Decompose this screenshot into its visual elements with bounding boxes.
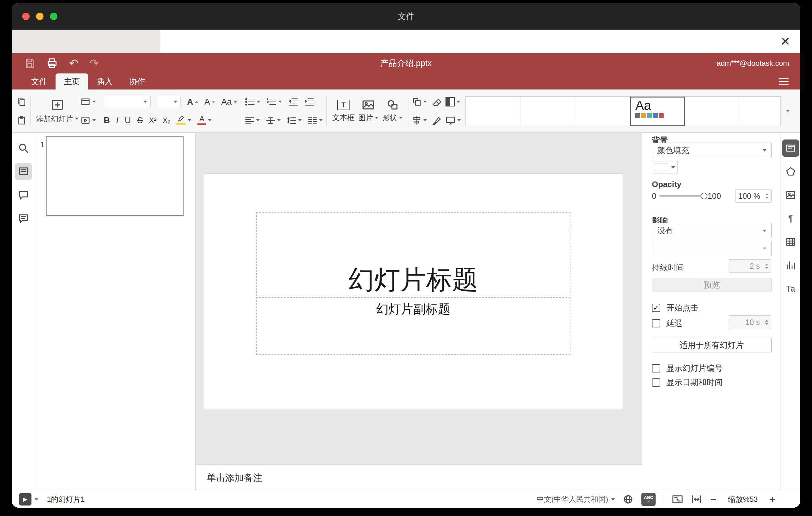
menu-icon[interactable] [779, 78, 788, 85]
tab-home[interactable]: 主页 [56, 74, 88, 89]
shape-settings-button[interactable] [782, 163, 799, 180]
decrease-font-button[interactable]: A [204, 97, 215, 106]
underline-button[interactable]: U [125, 116, 131, 125]
font-color-button[interactable]: A [198, 115, 212, 125]
fit-width-icon[interactable] [691, 494, 702, 504]
show-datetime-checkbox[interactable] [652, 378, 660, 387]
print-icon[interactable] [46, 57, 58, 69]
slide-thumbnail[interactable] [46, 136, 183, 216]
theme-option[interactable] [575, 96, 630, 125]
globe-icon[interactable] [623, 494, 633, 505]
arrange-shapes-button[interactable] [412, 97, 427, 107]
increase-font-button[interactable]: A [187, 97, 198, 106]
effect-variant-select[interactable] [652, 241, 772, 256]
opacity-slider-knob[interactable] [701, 193, 707, 199]
horizontal-align-button[interactable] [245, 116, 260, 124]
align-left-icon [245, 116, 254, 124]
slideshow-options-caret[interactable] [34, 498, 38, 500]
theme-option[interactable] [685, 96, 740, 125]
slide-canvas[interactable]: 幻灯片标题 幻灯片副标题 [196, 133, 642, 464]
paragraph-settings-button[interactable]: ¶ [782, 210, 799, 227]
tab-collaboration[interactable]: 协作 [121, 74, 154, 89]
subtitle-placeholder[interactable]: 幻灯片副标题 [256, 297, 571, 355]
comments-button[interactable] [15, 187, 32, 204]
preview-button[interactable]: 预览 [652, 278, 772, 292]
start-slideshow-button[interactable] [81, 115, 96, 125]
fit-slide-icon[interactable] [672, 494, 683, 504]
show-slide-number-checkbox[interactable] [652, 364, 660, 372]
spellcheck-check: ✓ [647, 500, 650, 504]
show-datetime-row: 显示日期和时间 [652, 377, 723, 388]
font-name-combo[interactable] [104, 96, 150, 108]
tab-file[interactable]: 文件 [23, 74, 56, 89]
theme-option[interactable] [520, 96, 575, 125]
slides-panel-button[interactable] [15, 163, 32, 180]
effect-select[interactable]: 没有 [652, 223, 772, 238]
highlight-color-button[interactable] [176, 115, 191, 125]
zoom-out-button[interactable]: − [710, 494, 716, 505]
clear-style-icon[interactable] [431, 97, 441, 107]
line-spacing-button[interactable] [287, 116, 302, 124]
change-case-button[interactable]: Aa [221, 97, 237, 106]
zoom-window-button[interactable] [50, 13, 57, 20]
insert-image-button[interactable]: 图片 [356, 99, 380, 123]
statusbar-slideshow-button[interactable]: ▶ [19, 493, 31, 506]
color-scheme-button[interactable] [445, 97, 460, 107]
scheme-group [445, 89, 461, 133]
close-icon[interactable]: ✕ [780, 35, 790, 48]
opacity-row: 0 100 100 % [652, 189, 772, 203]
subscript-button[interactable]: X₂ [163, 117, 170, 124]
delay-checkbox[interactable] [652, 319, 660, 327]
zoom-in-button[interactable]: + [770, 494, 776, 505]
close-window-button[interactable] [22, 13, 30, 20]
bold-button[interactable]: B [104, 116, 110, 125]
insert-textbox-button[interactable]: T 文本框 [330, 100, 356, 122]
undo-icon[interactable]: ↶ [69, 58, 78, 69]
superscript-button[interactable]: X² [149, 117, 156, 124]
image-settings-button[interactable] [782, 187, 799, 204]
bullet-list-button[interactable] [245, 97, 260, 106]
theme-option-selected[interactable]: Aa [630, 96, 685, 125]
slide-settings-button[interactable] [782, 140, 799, 157]
font-size-combo[interactable] [157, 96, 181, 108]
chat-button[interactable] [15, 210, 32, 227]
align-shapes-button[interactable] [412, 116, 427, 125]
opacity-spinner[interactable]: 100 % [735, 189, 772, 203]
start-click-checkbox[interactable] [652, 304, 660, 312]
slide-size-button[interactable] [445, 116, 461, 125]
vertical-align-button[interactable] [266, 116, 281, 124]
insert-shape-button[interactable]: 形状 [380, 99, 404, 123]
numbered-list-button[interactable] [266, 97, 282, 106]
slide[interactable]: 幻灯片标题 幻灯片副标题 [204, 174, 622, 409]
columns-button[interactable] [308, 116, 323, 124]
fill-type-select[interactable]: 颜色填充 [652, 143, 772, 158]
opacity-slider[interactable] [659, 195, 705, 197]
strikethrough-button[interactable]: S [137, 116, 143, 125]
tab-insert[interactable]: 插入 [88, 74, 121, 89]
minimize-window-button[interactable] [36, 13, 44, 20]
theme-option[interactable] [466, 96, 520, 125]
duration-spinner[interactable]: 2 s [729, 259, 771, 273]
delay-spinner[interactable]: 10 s [729, 315, 771, 329]
redo-icon[interactable]: ↷ [89, 58, 99, 69]
slide-layout-button[interactable] [81, 97, 96, 107]
search-button[interactable] [15, 140, 32, 157]
title-placeholder[interactable]: 幻灯片标题 [256, 212, 571, 296]
textart-settings-button[interactable]: Ta [782, 280, 799, 297]
apply-all-button[interactable]: 适用于所有幻灯片 [652, 338, 772, 352]
increase-indent-icon[interactable] [304, 97, 314, 106]
language-select[interactable]: 中文(中华人民共和国) [536, 494, 615, 504]
theme-gallery-expand-button[interactable] [781, 110, 795, 112]
table-settings-button[interactable] [782, 233, 799, 251]
paste-icon[interactable] [17, 115, 27, 125]
decrease-indent-icon[interactable] [288, 97, 298, 106]
copy-icon[interactable] [17, 97, 27, 107]
fill-color-select[interactable] [652, 161, 678, 173]
chart-settings-button[interactable] [782, 257, 799, 274]
italic-button[interactable]: I [116, 116, 118, 125]
copy-style-icon[interactable] [431, 116, 441, 125]
notes-area[interactable]: 单击添加备注 [196, 464, 642, 491]
add-slide-button[interactable]: 添加幻灯片 [34, 98, 81, 124]
save-icon[interactable] [24, 58, 35, 69]
spellcheck-button[interactable]: ABC ✓ [641, 493, 656, 506]
